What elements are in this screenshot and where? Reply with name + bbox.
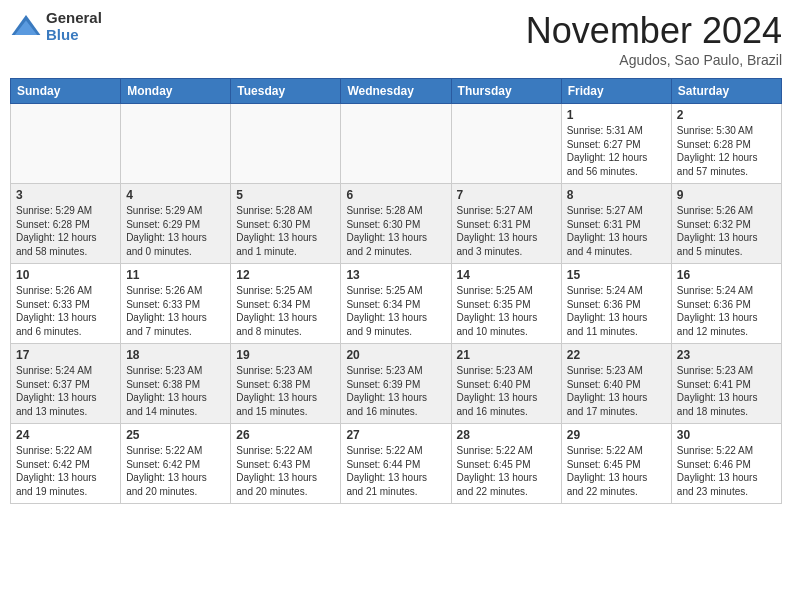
day-number: 27 [346, 428, 445, 442]
calendar-cell: 10Sunrise: 5:26 AMSunset: 6:33 PMDayligh… [11, 264, 121, 344]
day-info: Sunrise: 5:24 AMSunset: 6:37 PMDaylight:… [16, 364, 115, 418]
calendar-cell [451, 104, 561, 184]
calendar-cell: 2Sunrise: 5:30 AMSunset: 6:28 PMDaylight… [671, 104, 781, 184]
calendar-table: SundayMondayTuesdayWednesdayThursdayFrid… [10, 78, 782, 504]
calendar-week-3: 10Sunrise: 5:26 AMSunset: 6:33 PMDayligh… [11, 264, 782, 344]
day-info: Sunrise: 5:26 AMSunset: 6:33 PMDaylight:… [16, 284, 115, 338]
day-number: 28 [457, 428, 556, 442]
calendar-cell: 24Sunrise: 5:22 AMSunset: 6:42 PMDayligh… [11, 424, 121, 504]
logo-text: General Blue [46, 10, 102, 43]
day-number: 29 [567, 428, 666, 442]
day-info: Sunrise: 5:27 AMSunset: 6:31 PMDaylight:… [457, 204, 556, 258]
day-number: 23 [677, 348, 776, 362]
day-number: 1 [567, 108, 666, 122]
calendar-week-2: 3Sunrise: 5:29 AMSunset: 6:28 PMDaylight… [11, 184, 782, 264]
day-number: 15 [567, 268, 666, 282]
calendar-cell: 26Sunrise: 5:22 AMSunset: 6:43 PMDayligh… [231, 424, 341, 504]
logo-icon [10, 11, 42, 43]
calendar-cell: 9Sunrise: 5:26 AMSunset: 6:32 PMDaylight… [671, 184, 781, 264]
calendar-cell: 17Sunrise: 5:24 AMSunset: 6:37 PMDayligh… [11, 344, 121, 424]
calendar-cell: 30Sunrise: 5:22 AMSunset: 6:46 PMDayligh… [671, 424, 781, 504]
calendar-cell: 23Sunrise: 5:23 AMSunset: 6:41 PMDayligh… [671, 344, 781, 424]
day-number: 12 [236, 268, 335, 282]
day-number: 19 [236, 348, 335, 362]
header-monday: Monday [121, 79, 231, 104]
day-number: 5 [236, 188, 335, 202]
day-number: 14 [457, 268, 556, 282]
day-info: Sunrise: 5:23 AMSunset: 6:40 PMDaylight:… [457, 364, 556, 418]
day-info: Sunrise: 5:25 AMSunset: 6:35 PMDaylight:… [457, 284, 556, 338]
day-number: 30 [677, 428, 776, 442]
calendar-cell: 20Sunrise: 5:23 AMSunset: 6:39 PMDayligh… [341, 344, 451, 424]
calendar-cell: 7Sunrise: 5:27 AMSunset: 6:31 PMDaylight… [451, 184, 561, 264]
header-sunday: Sunday [11, 79, 121, 104]
calendar-cell: 29Sunrise: 5:22 AMSunset: 6:45 PMDayligh… [561, 424, 671, 504]
calendar-cell: 27Sunrise: 5:22 AMSunset: 6:44 PMDayligh… [341, 424, 451, 504]
day-info: Sunrise: 5:22 AMSunset: 6:46 PMDaylight:… [677, 444, 776, 498]
header-saturday: Saturday [671, 79, 781, 104]
calendar-cell [121, 104, 231, 184]
logo: General Blue [10, 10, 102, 43]
header-wednesday: Wednesday [341, 79, 451, 104]
day-number: 10 [16, 268, 115, 282]
day-number: 22 [567, 348, 666, 362]
day-number: 17 [16, 348, 115, 362]
calendar-header-row: SundayMondayTuesdayWednesdayThursdayFrid… [11, 79, 782, 104]
calendar-cell: 15Sunrise: 5:24 AMSunset: 6:36 PMDayligh… [561, 264, 671, 344]
day-info: Sunrise: 5:22 AMSunset: 6:42 PMDaylight:… [126, 444, 225, 498]
location: Agudos, Sao Paulo, Brazil [526, 52, 782, 68]
calendar-cell [341, 104, 451, 184]
day-info: Sunrise: 5:29 AMSunset: 6:29 PMDaylight:… [126, 204, 225, 258]
day-info: Sunrise: 5:22 AMSunset: 6:42 PMDaylight:… [16, 444, 115, 498]
day-number: 7 [457, 188, 556, 202]
day-info: Sunrise: 5:24 AMSunset: 6:36 PMDaylight:… [677, 284, 776, 338]
day-number: 20 [346, 348, 445, 362]
calendar-cell [11, 104, 121, 184]
day-info: Sunrise: 5:28 AMSunset: 6:30 PMDaylight:… [346, 204, 445, 258]
day-info: Sunrise: 5:22 AMSunset: 6:44 PMDaylight:… [346, 444, 445, 498]
day-number: 6 [346, 188, 445, 202]
calendar-cell: 19Sunrise: 5:23 AMSunset: 6:38 PMDayligh… [231, 344, 341, 424]
calendar-cell: 6Sunrise: 5:28 AMSunset: 6:30 PMDaylight… [341, 184, 451, 264]
day-number: 3 [16, 188, 115, 202]
title-block: November 2024 Agudos, Sao Paulo, Brazil [526, 10, 782, 68]
day-info: Sunrise: 5:27 AMSunset: 6:31 PMDaylight:… [567, 204, 666, 258]
day-info: Sunrise: 5:30 AMSunset: 6:28 PMDaylight:… [677, 124, 776, 178]
day-info: Sunrise: 5:26 AMSunset: 6:33 PMDaylight:… [126, 284, 225, 338]
day-number: 21 [457, 348, 556, 362]
calendar-cell: 8Sunrise: 5:27 AMSunset: 6:31 PMDaylight… [561, 184, 671, 264]
day-number: 8 [567, 188, 666, 202]
day-info: Sunrise: 5:24 AMSunset: 6:36 PMDaylight:… [567, 284, 666, 338]
day-info: Sunrise: 5:22 AMSunset: 6:45 PMDaylight:… [567, 444, 666, 498]
day-number: 26 [236, 428, 335, 442]
calendar-cell: 25Sunrise: 5:22 AMSunset: 6:42 PMDayligh… [121, 424, 231, 504]
day-info: Sunrise: 5:23 AMSunset: 6:38 PMDaylight:… [236, 364, 335, 418]
header-tuesday: Tuesday [231, 79, 341, 104]
calendar-cell: 16Sunrise: 5:24 AMSunset: 6:36 PMDayligh… [671, 264, 781, 344]
day-number: 11 [126, 268, 225, 282]
day-info: Sunrise: 5:23 AMSunset: 6:40 PMDaylight:… [567, 364, 666, 418]
calendar-cell: 3Sunrise: 5:29 AMSunset: 6:28 PMDaylight… [11, 184, 121, 264]
day-info: Sunrise: 5:31 AMSunset: 6:27 PMDaylight:… [567, 124, 666, 178]
header-thursday: Thursday [451, 79, 561, 104]
day-info: Sunrise: 5:29 AMSunset: 6:28 PMDaylight:… [16, 204, 115, 258]
calendar-cell: 12Sunrise: 5:25 AMSunset: 6:34 PMDayligh… [231, 264, 341, 344]
calendar-cell: 28Sunrise: 5:22 AMSunset: 6:45 PMDayligh… [451, 424, 561, 504]
day-number: 24 [16, 428, 115, 442]
day-info: Sunrise: 5:22 AMSunset: 6:45 PMDaylight:… [457, 444, 556, 498]
calendar-cell: 4Sunrise: 5:29 AMSunset: 6:29 PMDaylight… [121, 184, 231, 264]
day-info: Sunrise: 5:23 AMSunset: 6:39 PMDaylight:… [346, 364, 445, 418]
calendar-cell: 11Sunrise: 5:26 AMSunset: 6:33 PMDayligh… [121, 264, 231, 344]
day-number: 18 [126, 348, 225, 362]
logo-blue-text: Blue [46, 27, 102, 44]
calendar-cell: 1Sunrise: 5:31 AMSunset: 6:27 PMDaylight… [561, 104, 671, 184]
day-number: 4 [126, 188, 225, 202]
logo-general-text: General [46, 10, 102, 27]
header-friday: Friday [561, 79, 671, 104]
day-number: 13 [346, 268, 445, 282]
calendar-week-1: 1Sunrise: 5:31 AMSunset: 6:27 PMDaylight… [11, 104, 782, 184]
calendar-cell [231, 104, 341, 184]
calendar-cell: 14Sunrise: 5:25 AMSunset: 6:35 PMDayligh… [451, 264, 561, 344]
day-number: 16 [677, 268, 776, 282]
day-info: Sunrise: 5:23 AMSunset: 6:41 PMDaylight:… [677, 364, 776, 418]
